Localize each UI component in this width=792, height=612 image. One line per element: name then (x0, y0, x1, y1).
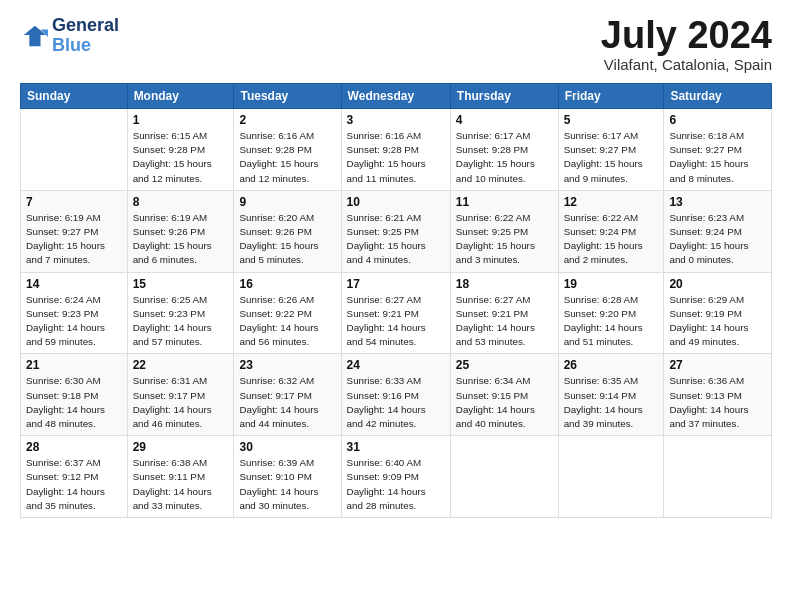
day-number: 23 (239, 358, 335, 372)
calendar-header: SundayMondayTuesdayWednesdayThursdayFrid… (21, 84, 772, 109)
day-number: 12 (564, 195, 659, 209)
day-info: Sunrise: 6:39 AM Sunset: 9:10 PM Dayligh… (239, 456, 335, 513)
calendar-cell: 18Sunrise: 6:27 AM Sunset: 9:21 PM Dayli… (450, 272, 558, 354)
day-info: Sunrise: 6:30 AM Sunset: 9:18 PM Dayligh… (26, 374, 122, 431)
calendar-cell: 17Sunrise: 6:27 AM Sunset: 9:21 PM Dayli… (341, 272, 450, 354)
day-number: 28 (26, 440, 122, 454)
day-info: Sunrise: 6:26 AM Sunset: 9:22 PM Dayligh… (239, 293, 335, 350)
logo: General Blue (20, 16, 119, 56)
calendar-cell: 24Sunrise: 6:33 AM Sunset: 9:16 PM Dayli… (341, 354, 450, 436)
calendar-cell: 28Sunrise: 6:37 AM Sunset: 9:12 PM Dayli… (21, 436, 128, 518)
day-number: 29 (133, 440, 229, 454)
calendar-cell: 9Sunrise: 6:20 AM Sunset: 9:26 PM Daylig… (234, 190, 341, 272)
calendar-cell: 16Sunrise: 6:26 AM Sunset: 9:22 PM Dayli… (234, 272, 341, 354)
logo-line2: Blue (52, 36, 119, 56)
calendar-cell: 4Sunrise: 6:17 AM Sunset: 9:28 PM Daylig… (450, 109, 558, 191)
calendar-cell: 22Sunrise: 6:31 AM Sunset: 9:17 PM Dayli… (127, 354, 234, 436)
day-number: 21 (26, 358, 122, 372)
weekday-header-friday: Friday (558, 84, 664, 109)
day-info: Sunrise: 6:16 AM Sunset: 9:28 PM Dayligh… (347, 129, 445, 186)
day-info: Sunrise: 6:27 AM Sunset: 9:21 PM Dayligh… (456, 293, 553, 350)
day-number: 31 (347, 440, 445, 454)
header: General Blue July 2024 Vilafant, Catalon… (20, 16, 772, 73)
logo-text: General Blue (52, 16, 119, 56)
calendar-cell: 2Sunrise: 6:16 AM Sunset: 9:28 PM Daylig… (234, 109, 341, 191)
weekday-header-saturday: Saturday (664, 84, 772, 109)
calendar-cell: 15Sunrise: 6:25 AM Sunset: 9:23 PM Dayli… (127, 272, 234, 354)
day-info: Sunrise: 6:17 AM Sunset: 9:27 PM Dayligh… (564, 129, 659, 186)
calendar-cell: 29Sunrise: 6:38 AM Sunset: 9:11 PM Dayli… (127, 436, 234, 518)
week-row-4: 21Sunrise: 6:30 AM Sunset: 9:18 PM Dayli… (21, 354, 772, 436)
calendar-cell: 8Sunrise: 6:19 AM Sunset: 9:26 PM Daylig… (127, 190, 234, 272)
day-info: Sunrise: 6:15 AM Sunset: 9:28 PM Dayligh… (133, 129, 229, 186)
day-number: 16 (239, 277, 335, 291)
page: General Blue July 2024 Vilafant, Catalon… (0, 0, 792, 612)
day-info: Sunrise: 6:31 AM Sunset: 9:17 PM Dayligh… (133, 374, 229, 431)
week-row-5: 28Sunrise: 6:37 AM Sunset: 9:12 PM Dayli… (21, 436, 772, 518)
day-number: 11 (456, 195, 553, 209)
calendar-cell: 3Sunrise: 6:16 AM Sunset: 9:28 PM Daylig… (341, 109, 450, 191)
calendar-cell: 23Sunrise: 6:32 AM Sunset: 9:17 PM Dayli… (234, 354, 341, 436)
weekday-header-tuesday: Tuesday (234, 84, 341, 109)
day-number: 25 (456, 358, 553, 372)
day-number: 4 (456, 113, 553, 127)
day-info: Sunrise: 6:35 AM Sunset: 9:14 PM Dayligh… (564, 374, 659, 431)
calendar-cell: 10Sunrise: 6:21 AM Sunset: 9:25 PM Dayli… (341, 190, 450, 272)
day-info: Sunrise: 6:29 AM Sunset: 9:19 PM Dayligh… (669, 293, 766, 350)
svg-marker-0 (24, 26, 46, 47)
day-info: Sunrise: 6:37 AM Sunset: 9:12 PM Dayligh… (26, 456, 122, 513)
week-row-1: 1Sunrise: 6:15 AM Sunset: 9:28 PM Daylig… (21, 109, 772, 191)
calendar-cell: 30Sunrise: 6:39 AM Sunset: 9:10 PM Dayli… (234, 436, 341, 518)
location-subtitle: Vilafant, Catalonia, Spain (601, 56, 772, 73)
day-info: Sunrise: 6:38 AM Sunset: 9:11 PM Dayligh… (133, 456, 229, 513)
title-block: July 2024 Vilafant, Catalonia, Spain (601, 16, 772, 73)
calendar-cell: 26Sunrise: 6:35 AM Sunset: 9:14 PM Dayli… (558, 354, 664, 436)
logo-icon (20, 22, 48, 50)
weekday-header-monday: Monday (127, 84, 234, 109)
calendar-cell: 6Sunrise: 6:18 AM Sunset: 9:27 PM Daylig… (664, 109, 772, 191)
day-number: 1 (133, 113, 229, 127)
day-info: Sunrise: 6:20 AM Sunset: 9:26 PM Dayligh… (239, 211, 335, 268)
day-number: 6 (669, 113, 766, 127)
day-info: Sunrise: 6:28 AM Sunset: 9:20 PM Dayligh… (564, 293, 659, 350)
calendar-body: 1Sunrise: 6:15 AM Sunset: 9:28 PM Daylig… (21, 109, 772, 518)
day-number: 17 (347, 277, 445, 291)
weekday-header-wednesday: Wednesday (341, 84, 450, 109)
calendar-cell (450, 436, 558, 518)
day-number: 13 (669, 195, 766, 209)
day-number: 10 (347, 195, 445, 209)
calendar-cell: 1Sunrise: 6:15 AM Sunset: 9:28 PM Daylig… (127, 109, 234, 191)
week-row-3: 14Sunrise: 6:24 AM Sunset: 9:23 PM Dayli… (21, 272, 772, 354)
calendar-cell (558, 436, 664, 518)
day-info: Sunrise: 6:25 AM Sunset: 9:23 PM Dayligh… (133, 293, 229, 350)
logo-line1: General (52, 16, 119, 36)
day-info: Sunrise: 6:22 AM Sunset: 9:24 PM Dayligh… (564, 211, 659, 268)
calendar-cell: 5Sunrise: 6:17 AM Sunset: 9:27 PM Daylig… (558, 109, 664, 191)
calendar-cell: 27Sunrise: 6:36 AM Sunset: 9:13 PM Dayli… (664, 354, 772, 436)
calendar-cell (21, 109, 128, 191)
day-number: 26 (564, 358, 659, 372)
calendar-cell: 13Sunrise: 6:23 AM Sunset: 9:24 PM Dayli… (664, 190, 772, 272)
day-number: 22 (133, 358, 229, 372)
day-number: 18 (456, 277, 553, 291)
calendar-cell: 7Sunrise: 6:19 AM Sunset: 9:27 PM Daylig… (21, 190, 128, 272)
weekday-header-thursday: Thursday (450, 84, 558, 109)
weekday-header-sunday: Sunday (21, 84, 128, 109)
day-number: 7 (26, 195, 122, 209)
calendar-cell: 31Sunrise: 6:40 AM Sunset: 9:09 PM Dayli… (341, 436, 450, 518)
day-number: 9 (239, 195, 335, 209)
day-info: Sunrise: 6:24 AM Sunset: 9:23 PM Dayligh… (26, 293, 122, 350)
day-info: Sunrise: 6:23 AM Sunset: 9:24 PM Dayligh… (669, 211, 766, 268)
day-number: 24 (347, 358, 445, 372)
day-info: Sunrise: 6:22 AM Sunset: 9:25 PM Dayligh… (456, 211, 553, 268)
calendar-cell: 19Sunrise: 6:28 AM Sunset: 9:20 PM Dayli… (558, 272, 664, 354)
week-row-2: 7Sunrise: 6:19 AM Sunset: 9:27 PM Daylig… (21, 190, 772, 272)
calendar-cell: 21Sunrise: 6:30 AM Sunset: 9:18 PM Dayli… (21, 354, 128, 436)
calendar-cell: 12Sunrise: 6:22 AM Sunset: 9:24 PM Dayli… (558, 190, 664, 272)
day-number: 5 (564, 113, 659, 127)
day-info: Sunrise: 6:27 AM Sunset: 9:21 PM Dayligh… (347, 293, 445, 350)
day-number: 14 (26, 277, 122, 291)
day-info: Sunrise: 6:19 AM Sunset: 9:27 PM Dayligh… (26, 211, 122, 268)
month-title: July 2024 (601, 16, 772, 54)
day-info: Sunrise: 6:16 AM Sunset: 9:28 PM Dayligh… (239, 129, 335, 186)
